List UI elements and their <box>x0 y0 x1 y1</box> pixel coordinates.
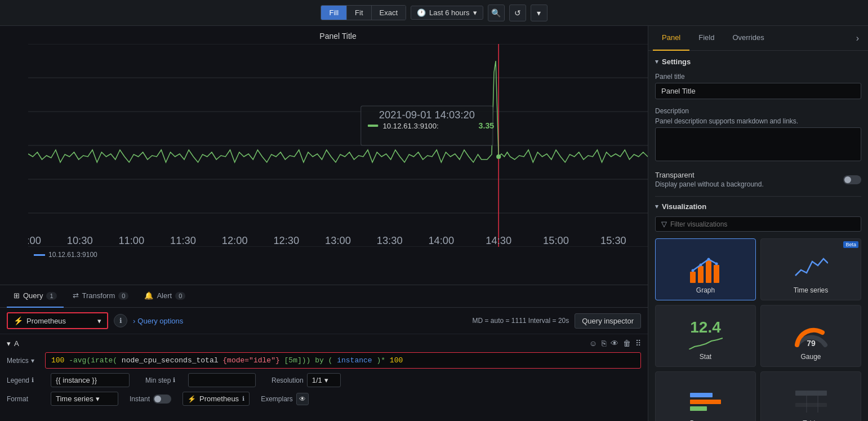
min-step-label: Min step ℹ <box>145 376 185 384</box>
legend-field-label: Legend ℹ <box>7 376 46 384</box>
vis-card-table[interactable]: Table <box>760 371 861 421</box>
settings-section-label: Settings <box>662 57 691 66</box>
svg-rect-44 <box>795 391 827 396</box>
resolution-select[interactable]: 1/1 ▾ <box>307 373 341 387</box>
format-select[interactable]: Time series ▾ <box>51 392 118 406</box>
query-inspector-button[interactable]: Query inspector <box>575 313 641 329</box>
stat-card-icon: 12.4 <box>661 320 750 349</box>
svg-text:3.35: 3.35 <box>479 121 495 130</box>
prometheus-icon: ⚡ <box>188 395 196 403</box>
chevron-down-icon: ▾ <box>31 357 34 365</box>
settings-section-header[interactable]: ▾ Settings <box>655 57 861 66</box>
datasource-info-button[interactable]: ℹ <box>114 314 127 327</box>
vis-card-graph[interactable]: Graph <box>655 238 756 300</box>
format-label-text: Format <box>7 395 28 403</box>
metric-func-avg: -avg(irate( <box>69 356 117 365</box>
legend-row: Legend ℹ Min step ℹ Resolution <box>7 373 641 387</box>
query-block-label: ▾ A <box>7 339 19 348</box>
vis-card-stat-label: Stat <box>700 353 711 361</box>
transform-tab-icon: ⇄ <box>73 291 79 300</box>
datasource-selector[interactable]: ⚡ Prometheus ▾ <box>7 312 108 329</box>
filter-icon: ▽ <box>661 220 667 228</box>
format-value: Time series <box>56 395 94 403</box>
panel-tab-label: Panel <box>662 33 680 42</box>
left-panel: Panel Title .grid-line { stroke: #2c2f35… <box>0 26 648 421</box>
md-info-text: MD = auto = 1111 Interval = 20s <box>472 317 569 325</box>
query-options-link[interactable]: › Query options <box>133 317 183 325</box>
eye-icon[interactable]: 👁 <box>611 339 618 348</box>
chevron-down-icon: ▾ <box>473 8 477 17</box>
refresh-button[interactable]: ↺ <box>509 5 526 21</box>
svg-text:13:30: 13:30 <box>377 235 403 246</box>
visualization-section-header[interactable]: ▾ Visualization <box>655 202 861 211</box>
exemplars-wrapper: Exemplars 👁 <box>261 393 309 405</box>
vis-card-stat[interactable]: 12.4 Stat <box>655 305 756 367</box>
more-button[interactable]: ▾ <box>531 5 547 21</box>
description-label: Description <box>655 107 861 115</box>
vis-card-gauge[interactable]: 79 Gauge <box>760 305 861 367</box>
collapse-right-panel-button[interactable]: › <box>852 31 863 46</box>
vis-card-bar-gauge[interactable]: Bar gauge <box>655 371 756 421</box>
query-label-text: A <box>14 339 19 348</box>
tab-panel[interactable]: Panel <box>653 26 689 51</box>
transparent-row: Transparent Display panel without a back… <box>655 171 861 188</box>
min-step-wrapper: Min step ℹ <box>145 373 256 387</box>
vis-filter-bar[interactable]: ▽ <box>655 216 861 232</box>
resolution-wrapper: Resolution 1/1 ▾ <box>271 373 341 387</box>
chevron-down-icon: ▾ <box>324 376 328 384</box>
svg-text:11:00: 11:00 <box>118 235 144 246</box>
description-textarea[interactable] <box>655 127 861 161</box>
field-tab-label: Field <box>698 33 714 42</box>
fill-button[interactable]: Fill <box>321 6 347 20</box>
tab-alert[interactable]: 🔔 Alert 0 <box>137 285 192 308</box>
svg-point-39 <box>715 263 718 265</box>
metric-num-100: 100 <box>51 356 69 365</box>
panel-title-input[interactable] <box>655 83 861 99</box>
metric-func-range: [5m])) by ( <box>284 356 333 365</box>
svg-rect-34 <box>706 260 711 283</box>
tab-overrides[interactable]: Overrides <box>723 26 773 51</box>
time-range-selector[interactable]: 🕐 Last 6 hours ▾ <box>411 6 483 20</box>
tab-transform[interactable]: ⇄ Transform 0 <box>66 285 136 308</box>
tab-field[interactable]: Field <box>689 26 723 51</box>
delete-icon[interactable]: 🗑 <box>623 339 631 348</box>
resolution-label-text: Resolution <box>271 376 304 384</box>
copy-icon[interactable]: ⎘ <box>602 339 606 348</box>
drag-icon[interactable]: ⠿ <box>635 339 641 348</box>
metrics-input[interactable]: 100 -avg(irate( node_cpu_seconds_total {… <box>45 352 641 369</box>
vis-filter-input[interactable] <box>670 220 855 228</box>
zoom-in-button[interactable]: 🔍 <box>488 5 505 21</box>
prometheus-info-icon: ℹ <box>242 395 244 402</box>
prometheus-selector[interactable]: ⚡ Prometheus ℹ <box>182 392 250 406</box>
svg-text:13:00: 13:00 <box>325 235 351 246</box>
smiley-icon[interactable]: ☺ <box>589 339 597 348</box>
format-row: Format Time series ▾ Instant <box>7 392 641 406</box>
transparent-toggle[interactable] <box>843 175 861 184</box>
instant-toggle[interactable] <box>153 395 171 404</box>
description-group: Description Panel description supports m… <box>655 107 861 163</box>
exact-button[interactable]: Exact <box>372 6 406 20</box>
zoom-btn-group: Fill Fit Exact <box>321 5 406 20</box>
svg-rect-43 <box>690 406 707 411</box>
transparent-desc: Display panel without a background. <box>655 180 764 188</box>
vis-card-time-series-label: Time series <box>794 286 829 294</box>
fit-button[interactable]: Fit <box>347 6 371 20</box>
svg-text:15:00: 15:00 <box>543 235 569 246</box>
alert-tab-badge: 0 <box>175 292 185 300</box>
vis-card-time-series[interactable]: Beta Time series <box>760 238 861 300</box>
min-step-label-text: Min step <box>145 376 171 384</box>
exemplars-icon-btn[interactable]: 👁 <box>296 393 309 405</box>
svg-rect-42 <box>690 400 721 404</box>
prometheus-label-text: Prometheus <box>199 395 239 403</box>
vis-section-arrow: ▾ <box>655 203 658 210</box>
chevron-down-icon: ▾ <box>96 395 100 403</box>
panel-title-label: Panel title <box>655 73 861 81</box>
min-step-input[interactable] <box>188 373 256 387</box>
svg-rect-45 <box>795 397 827 401</box>
query-actions: ☺ ⎘ 👁 🗑 ⠿ <box>589 339 641 348</box>
legend-input[interactable] <box>51 373 130 387</box>
tab-query[interactable]: ⊞ Query 1 <box>7 285 64 308</box>
panel-title-group: Panel title <box>655 73 861 99</box>
graph-card-icon <box>689 252 723 283</box>
transform-tab-badge: 0 <box>118 292 128 300</box>
